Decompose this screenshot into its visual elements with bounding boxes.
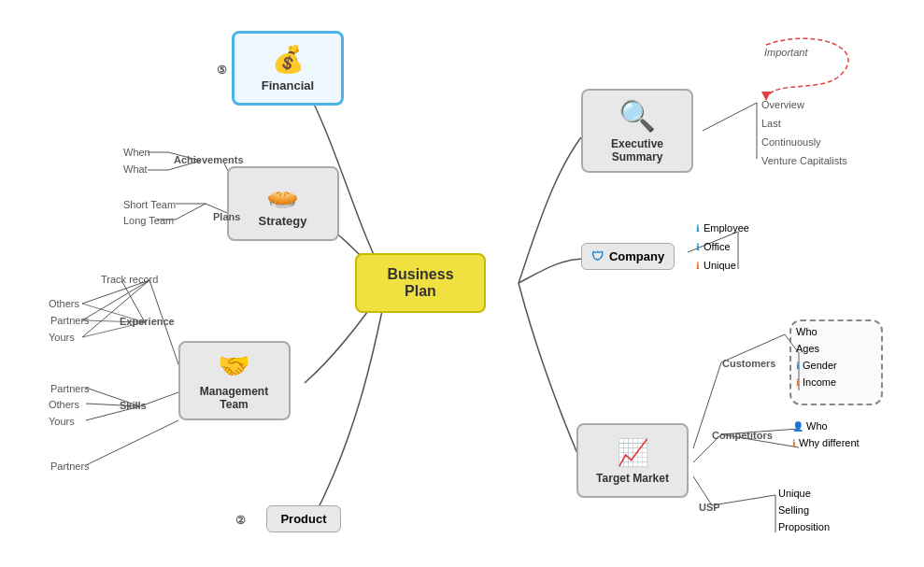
tm-competitors: Competitors [712,430,773,441]
company-node: 🛡 Company [572,235,684,276]
tm-proposition: Proposition [778,521,830,532]
management-box: 🤝 Management Team [178,341,291,420]
svg-line-23 [703,103,757,131]
center-node: Business Plan [355,260,486,306]
strategy-label: Strategy [258,214,306,228]
mgmt-skills: Skills [120,400,147,411]
strategy-achievements: Achievements [174,154,244,165]
tm-usp: USP [699,502,720,513]
mgmt-yours2: Yours [49,416,75,427]
management-node: 🤝 Management Team [166,341,302,420]
tm-income: ℹ Income [796,376,837,388]
target-market-label: Target Market [596,472,669,485]
comp-office: ℹ Office [696,241,749,252]
tm-gender-dot: ℹ [796,361,800,371]
financial-node: 💰 Financial [232,26,344,110]
product-circle: ② [235,514,246,527]
svg-line-13 [82,280,149,337]
exec-important: Important [764,47,807,58]
product-box: Product [266,505,340,532]
product-label: Product [280,512,326,526]
company-icon: 🛡 [591,249,604,263]
mgmt-others1: Others [49,298,79,309]
management-icon: 🤝 [218,350,250,381]
tm-unique: Unique [778,488,830,499]
tm-who2-dot: 👤 [792,421,803,432]
tm-customers: Customers [722,358,775,369]
comp-employee: ℹ Employee [696,222,749,234]
executive-icon: 🔍 [618,98,656,134]
company-box: 🛡 Company [581,243,675,270]
target-market-node: 📈 Target Market [572,418,693,503]
target-market-icon: 📈 [617,437,649,468]
target-market-box: 📈 Target Market [576,423,689,498]
strategy-box: 🥧 Strategy [227,166,339,241]
tm-gender: ℹ Gender [796,360,837,371]
center-label: Business Plan [355,253,486,313]
strategy-plans: Plans [213,211,240,222]
comp-unique: ℹ Unique [696,260,749,271]
mgmt-partners2: Partners [50,383,90,394]
mgmt-partners3: Partners [50,461,90,472]
tm-who1: Who [796,326,837,337]
comp-employee-dot: ℹ [696,223,700,234]
strategy-short-team: Short Team [123,199,176,210]
svg-line-40 [712,495,775,505]
executive-node: 🔍 Executive Summary [572,89,703,173]
exec-overview: Overview [761,99,804,110]
mgmt-track-record: Track record [101,274,158,285]
strategy-long-team: Long Team [123,215,174,226]
strategy-what: What [123,163,148,175]
svg-line-12 [82,280,149,320]
svg-line-22 [86,420,178,465]
exec-last: Last [761,118,781,129]
financial-circle: ⑤ [217,64,227,77]
company-label: Company [609,249,664,263]
financial-icon: 💰 [272,44,305,75]
tm-selling: Selling [778,504,830,516]
financial-box: 💰 Financial [232,31,344,106]
mgmt-partners1: Partners [50,315,90,326]
comp-unique-dot: ℹ [696,261,700,271]
strategy-when: When [123,147,150,158]
mgmt-yours1: Yours [49,332,75,343]
executive-box: 🔍 Executive Summary [581,89,693,173]
financial-label: Financial [262,78,314,92]
executive-label: Executive Summary [590,137,684,163]
tm-why-diff: ℹ Why different [792,437,860,448]
tm-who2: 👤 Who [792,420,860,432]
mgmt-others2: Others [49,399,79,410]
svg-line-8 [176,204,206,220]
exec-continuously: Continuously [761,136,821,148]
product-node: Product [252,498,355,539]
comp-office-dot: ℹ [696,242,700,252]
strategy-icon: 🥧 [266,179,299,210]
management-label: Management Team [188,385,281,411]
exec-venture: Venture Capitalists [761,155,847,166]
tm-income-dot: ℹ [796,377,800,388]
mgmt-experience: Experience [120,316,175,327]
strategy-node: 🥧 Strategy [229,163,336,243]
tm-ages: Ages [796,343,837,354]
tm-whydiff-dot: ℹ [792,438,796,448]
